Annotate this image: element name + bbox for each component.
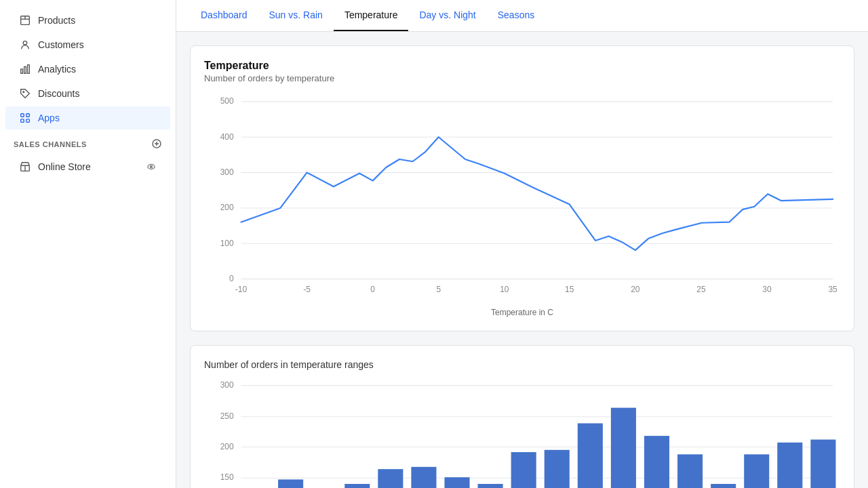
apps-icon bbox=[19, 112, 31, 124]
sidebar-item-products[interactable]: Products bbox=[5, 9, 170, 32]
svg-text:30: 30 bbox=[762, 285, 772, 294]
bar-15-10 bbox=[444, 478, 469, 488]
sidebar-item-discounts[interactable]: Discounts bbox=[5, 82, 170, 105]
bar-20-25 bbox=[677, 455, 703, 488]
store-icon bbox=[19, 161, 31, 173]
svg-text:-10: -10 bbox=[235, 285, 248, 294]
line-chart-subtitle: Number of orders by temperature bbox=[204, 73, 840, 83]
tab-temperature[interactable]: Temperature bbox=[334, 0, 409, 31]
tabs-bar: Dashboard Sun vs. Rain Temperature Day v… bbox=[176, 0, 868, 32]
svg-rect-8 bbox=[21, 114, 24, 117]
line-chart-svg: 500 400 300 200 100 0 -10 -5 0 5 10 15 2… bbox=[204, 94, 840, 301]
sales-channels-header: SALES CHANNELS bbox=[0, 130, 176, 155]
svg-text:35: 35 bbox=[828, 285, 837, 294]
eye-icon[interactable] bbox=[146, 161, 157, 172]
sidebar-item-customers[interactable]: Customers bbox=[5, 33, 170, 56]
svg-point-18 bbox=[151, 166, 153, 168]
tab-sun-vs-rain[interactable]: Sun vs. Rain bbox=[258, 0, 334, 31]
bar-30-25 bbox=[344, 484, 370, 488]
line-chart-x-label: Temperature in C bbox=[204, 308, 840, 317]
svg-text:250: 250 bbox=[220, 411, 234, 421]
bar-5-10 bbox=[578, 424, 603, 488]
sidebar: Products Customers Analytics Discounts A… bbox=[0, 0, 176, 488]
svg-text:0: 0 bbox=[370, 285, 375, 294]
svg-point-7 bbox=[23, 92, 24, 93]
svg-text:0: 0 bbox=[229, 274, 234, 283]
tag-icon bbox=[19, 87, 31, 100]
bar-chart-container: 300 250 200 150 100 50 0 < -40 -40--35 bbox=[204, 378, 840, 488]
svg-rect-11 bbox=[26, 119, 30, 123]
main-content: Dashboard Sun vs. Rain Temperature Day v… bbox=[176, 0, 868, 488]
svg-text:5: 5 bbox=[436, 285, 441, 294]
chart-icon bbox=[19, 63, 31, 75]
svg-text:-5: -5 bbox=[303, 285, 311, 294]
svg-rect-9 bbox=[26, 114, 30, 117]
svg-text:150: 150 bbox=[220, 473, 234, 483]
bar-gt45 bbox=[810, 440, 835, 488]
svg-text:200: 200 bbox=[220, 442, 234, 451]
bar-40-35 bbox=[278, 480, 303, 488]
content-area: Temperature Number of orders by temperat… bbox=[176, 32, 868, 488]
bar-20-15 bbox=[411, 467, 436, 488]
line-chart-card: Temperature Number of orders by temperat… bbox=[190, 45, 854, 331]
bar-chart-card: Number of orders in temperature ranges 3… bbox=[190, 345, 854, 488]
svg-text:300: 300 bbox=[220, 167, 234, 177]
svg-text:20: 20 bbox=[631, 285, 640, 294]
svg-rect-5 bbox=[24, 66, 26, 73]
sidebar-item-analytics[interactable]: Analytics bbox=[5, 58, 170, 81]
svg-text:500: 500 bbox=[220, 96, 234, 106]
svg-text:300: 300 bbox=[220, 381, 234, 390]
svg-text:400: 400 bbox=[220, 132, 234, 142]
bar-5-0 bbox=[511, 452, 536, 488]
bar-15-20 bbox=[644, 436, 669, 488]
bar-chart-svg: 300 250 200 150 100 50 0 < -40 -40--35 bbox=[204, 378, 840, 488]
person-icon bbox=[19, 39, 31, 51]
sidebar-item-online-store[interactable]: Online Store bbox=[5, 155, 170, 178]
bar-10-15 bbox=[611, 408, 636, 488]
svg-text:200: 200 bbox=[220, 203, 234, 212]
bar-chart-title: Number of orders in temperature ranges bbox=[204, 359, 840, 370]
svg-point-3 bbox=[23, 41, 26, 45]
svg-rect-10 bbox=[21, 119, 24, 123]
bar-35-40 bbox=[777, 443, 802, 488]
box-icon bbox=[19, 14, 31, 26]
svg-text:100: 100 bbox=[220, 239, 234, 248]
bar-25-20 bbox=[378, 470, 403, 488]
svg-rect-4 bbox=[21, 69, 23, 73]
tab-seasons[interactable]: Seasons bbox=[487, 0, 545, 31]
tab-day-vs-night[interactable]: Day vs. Night bbox=[408, 0, 486, 31]
bar-25-30 bbox=[711, 484, 736, 488]
line-chart-container: 500 400 300 200 100 0 -10 -5 0 5 10 15 2… bbox=[204, 94, 840, 317]
svg-text:15: 15 bbox=[565, 285, 574, 294]
svg-text:10: 10 bbox=[500, 285, 509, 294]
sidebar-item-apps[interactable]: Apps bbox=[5, 106, 170, 129]
bar-10-5 bbox=[478, 484, 503, 488]
line-chart-polyline bbox=[241, 137, 833, 250]
tab-dashboard[interactable]: Dashboard bbox=[190, 0, 258, 31]
line-chart-title: Temperature bbox=[204, 60, 840, 72]
svg-text:25: 25 bbox=[696, 285, 706, 294]
bar-0-5 bbox=[545, 450, 570, 488]
add-sales-channel-icon[interactable] bbox=[151, 138, 162, 150]
bar-30-35 bbox=[744, 455, 769, 488]
svg-rect-6 bbox=[28, 65, 30, 74]
